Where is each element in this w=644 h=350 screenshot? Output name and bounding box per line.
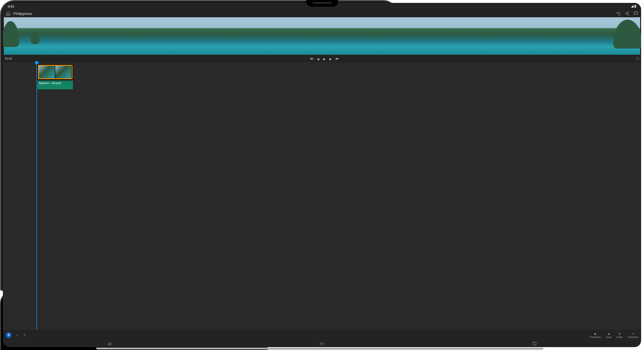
laptop-base	[96, 348, 544, 350]
